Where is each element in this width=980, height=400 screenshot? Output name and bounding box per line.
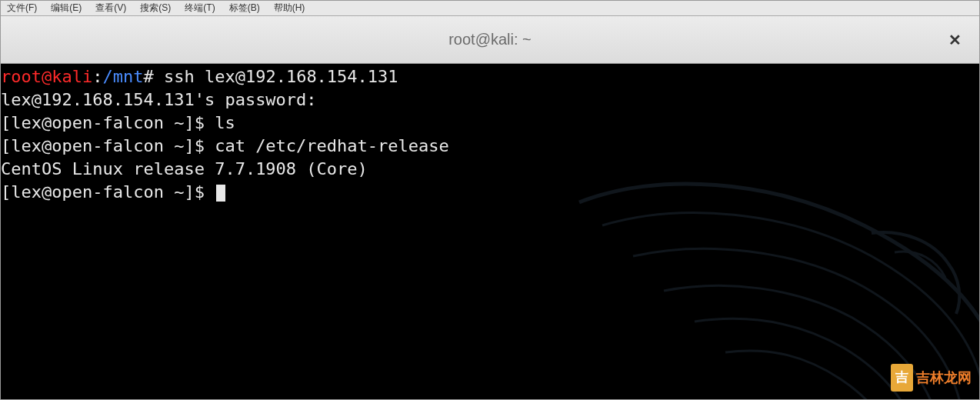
terminal-text: [lex@open-falcon ~]$ ls	[1, 113, 235, 132]
terminal-line: [lex@open-falcon ~]$	[1, 181, 979, 204]
terminal-line: [lex@open-falcon ~]$ ls	[1, 112, 979, 135]
menu-edit[interactable]: 编辑(E)	[51, 2, 82, 15]
terminal-line: lex@192.168.154.131's password:	[1, 88, 979, 112]
menu-help[interactable]: 帮助(H)	[274, 2, 305, 15]
terminal-line: [lex@open-falcon ~]$ cat /etc/redhat-rel…	[1, 135, 979, 158]
terminal-text: :	[92, 67, 102, 86]
watermark-box: 吉	[891, 364, 913, 392]
titlebar: root@kali: ~ ✕	[1, 16, 979, 64]
window-title: root@kali: ~	[448, 31, 532, 48]
terminal-text: lex@192.168.154.131's password:	[1, 90, 317, 109]
close-icon[interactable]: ✕	[945, 31, 964, 49]
menu-search[interactable]: 搜索(S)	[140, 2, 171, 15]
terminal-text: /mnt	[102, 67, 143, 86]
menu-file[interactable]: 文件(F)	[7, 2, 37, 15]
menu-tabs[interactable]: 标签(B)	[229, 2, 260, 15]
terminal-line: CentOS Linux release 7.7.1908 (Core)	[1, 158, 979, 181]
cursor-icon	[216, 185, 225, 202]
terminal-text: CentOS Linux release 7.7.1908 (Core)	[1, 159, 368, 178]
menubar: 文件(F) 编辑(E) 查看(V) 搜索(S) 终端(T) 标签(B) 帮助(H…	[1, 1, 979, 16]
terminal-area[interactable]: root@kali:/mnt# ssh lex@192.168.154.131l…	[1, 64, 979, 399]
terminal-text: [lex@open-falcon ~]$	[1, 182, 215, 202]
terminal-line: root@kali:/mnt# ssh lex@192.168.154.131	[1, 65, 979, 88]
watermark: 吉 吉林龙网	[891, 364, 972, 392]
terminal-window: 文件(F) 编辑(E) 查看(V) 搜索(S) 终端(T) 标签(B) 帮助(H…	[0, 0, 980, 400]
terminal-text: [lex@open-falcon ~]$ cat /etc/redhat-rel…	[1, 136, 449, 155]
terminal-output: root@kali:/mnt# ssh lex@192.168.154.131l…	[1, 65, 979, 204]
terminal-text: # ssh lex@192.168.154.131	[143, 67, 398, 86]
terminal-text: root@kali	[1, 67, 92, 86]
menu-view[interactable]: 查看(V)	[95, 2, 126, 15]
watermark-text: 吉林龙网	[916, 366, 972, 389]
menu-terminal[interactable]: 终端(T)	[185, 2, 215, 15]
